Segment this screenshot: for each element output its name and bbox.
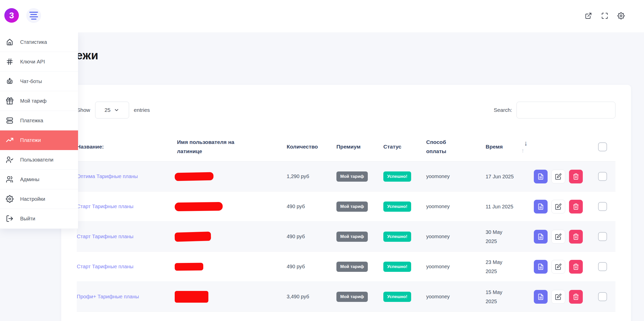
home-icon <box>6 38 14 46</box>
payment-method-cell: yoomoney <box>426 204 486 209</box>
page-size-value: 25 <box>105 107 110 113</box>
search-label: Search: <box>494 107 512 113</box>
delete-button[interactable] <box>569 290 583 304</box>
status-badge: Успешно! <box>383 292 411 302</box>
sidebar-item-label: Чат-боты <box>20 78 42 84</box>
amount-cell: 490 руб <box>287 204 336 209</box>
sidebar-item-label: Ключи API <box>20 59 45 65</box>
view-button[interactable] <box>534 290 548 304</box>
sidebar-item-api-keys[interactable]: Ключи API <box>0 52 78 72</box>
amount-cell: 3,490 руб <box>287 294 336 300</box>
gift-icon <box>6 97 14 105</box>
sidebar-item-chatbots[interactable]: Чат-боты <box>0 72 78 91</box>
sidebar-item-users[interactable]: Пользователи <box>0 150 78 170</box>
date-cell: 17 Jun 2025 <box>486 172 515 181</box>
header-username: Имя пользователя на латинице <box>177 138 287 156</box>
payment-name-link[interactable]: Старт Тарифные планы <box>77 234 133 239</box>
payment-name-link[interactable]: Профи+ Тарифные планы <box>77 294 139 299</box>
settings-button[interactable] <box>617 12 625 19</box>
sidebar-item-label: Админы <box>20 177 39 182</box>
app-logo: 3 <box>4 8 19 23</box>
row-actions <box>521 260 589 274</box>
table-controls: Show 25 entries Search: <box>77 102 615 118</box>
trash-icon <box>573 203 579 210</box>
robot-icon <box>6 77 14 85</box>
trash-icon <box>573 263 579 270</box>
header-payment-method: Способ оплаты <box>426 138 486 156</box>
table-row: Старт Тарифные планы 490 руб Мой тариф У… <box>77 192 615 222</box>
show-label: Show <box>77 107 90 113</box>
view-button[interactable] <box>534 260 548 274</box>
view-button[interactable] <box>534 200 548 213</box>
payment-name-link[interactable]: Старт Тарифные планы <box>77 204 133 209</box>
table-row: Оптима Тарифные планы 1,290 руб Мой тари… <box>77 162 615 192</box>
view-button[interactable] <box>534 230 548 244</box>
sidebar: Статистика Ключи API Чат-боты Мой тариф … <box>0 32 78 229</box>
edit-button[interactable] <box>551 290 565 304</box>
trending-up-icon <box>6 136 14 144</box>
payment-method-cell: yoomoney <box>426 294 486 300</box>
sidebar-item-statistics[interactable]: Статистика <box>0 32 78 52</box>
payment-name-link[interactable]: Оптима Тарифные планы <box>77 173 138 179</box>
sidebar-item-logout[interactable]: Выйти <box>0 209 78 229</box>
table-header: Название: Имя пользователя на латинице К… <box>77 132 615 162</box>
entries-label: entries <box>134 107 150 113</box>
select-all-checkbox[interactable] <box>598 142 607 151</box>
payment-method-cell: yoomoney <box>426 234 486 239</box>
payment-method-cell: yoomoney <box>426 173 486 179</box>
gear-icon <box>6 195 14 203</box>
users-icon <box>6 176 14 183</box>
sidebar-item-my-tariff[interactable]: Мой тариф <box>0 91 78 111</box>
sort-asc-icon[interactable]: ↑ <box>521 148 524 154</box>
page-size-select[interactable]: 25 <box>95 102 129 118</box>
document-icon <box>537 233 544 240</box>
delete-button[interactable] <box>569 170 583 183</box>
sidebar-item-label: Мой тариф <box>20 98 47 104</box>
header-premium: Премиум <box>336 142 383 151</box>
fullscreen-button[interactable] <box>601 12 608 19</box>
sidebar-item-label: Настройки <box>20 196 45 202</box>
sidebar-item-admins[interactable]: Админы <box>0 170 78 189</box>
status-badge: Успешно! <box>383 202 411 212</box>
edit-button[interactable] <box>551 200 565 213</box>
row-checkbox[interactable] <box>598 232 607 241</box>
payment-method-cell: yoomoney <box>426 264 486 270</box>
hash-icon <box>6 58 14 65</box>
payment-name-link[interactable]: Старт Тарифные планы <box>77 264 133 269</box>
delete-button[interactable] <box>569 260 583 274</box>
edit-button[interactable] <box>551 230 565 244</box>
sidebar-item-payment-system[interactable]: Платежка <box>0 111 78 130</box>
external-link-button[interactable] <box>585 12 592 19</box>
sidebar-item-payments[interactable]: Платежи <box>0 130 78 150</box>
menu-toggle-button[interactable] <box>26 8 41 23</box>
header-name: Название: <box>77 142 177 151</box>
view-button[interactable] <box>534 170 548 183</box>
delete-button[interactable] <box>569 230 583 244</box>
date-cell: 23 May 2025 <box>486 258 515 276</box>
row-checkbox[interactable] <box>598 292 607 301</box>
sidebar-item-label: Статистика <box>20 39 47 45</box>
sidebar-item-label: Платежи <box>20 137 41 143</box>
row-actions <box>521 200 589 213</box>
amount-cell: 1,290 руб <box>287 173 336 179</box>
row-checkbox[interactable] <box>598 262 607 271</box>
table-row: Профи+ Тарифные планы 3,490 руб Мой тари… <box>77 282 615 312</box>
premium-badge: Мой тариф <box>336 292 368 302</box>
row-checkbox[interactable] <box>598 172 607 181</box>
trash-icon <box>573 173 579 180</box>
redacted-username <box>175 172 214 181</box>
row-checkbox[interactable] <box>598 202 607 211</box>
page-size-group: Show 25 entries <box>77 102 150 118</box>
edit-button[interactable] <box>551 260 565 274</box>
search-input[interactable] <box>516 102 615 118</box>
edit-button[interactable] <box>551 170 565 183</box>
sort-desc-icon[interactable]: ↓ <box>524 140 528 147</box>
status-badge: Успешно! <box>383 171 411 182</box>
delete-button[interactable] <box>569 200 583 213</box>
sidebar-item-settings[interactable]: Настройки <box>0 189 78 209</box>
topbar-actions <box>585 12 625 19</box>
status-badge: Успешно! <box>383 262 411 272</box>
row-actions <box>521 230 589 244</box>
amount-cell: 490 руб <box>287 234 336 239</box>
hamburger-icon <box>29 12 38 13</box>
